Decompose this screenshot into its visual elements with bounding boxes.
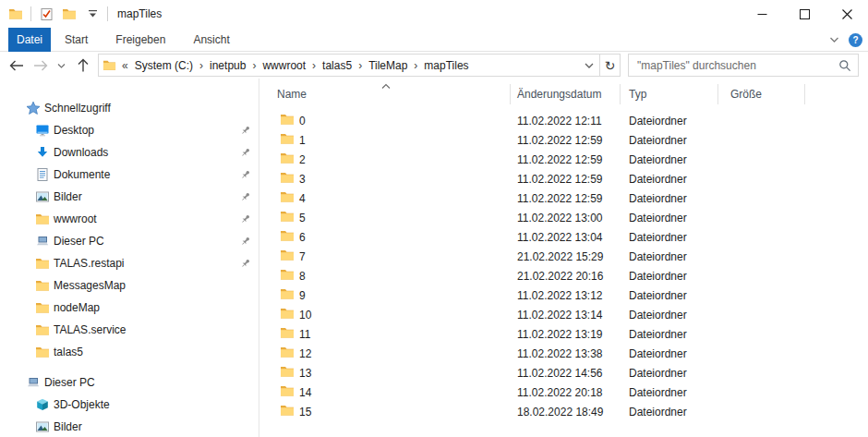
breadcrumb-separator-icon[interactable]: ›: [307, 59, 320, 72]
folder-icon: [280, 170, 295, 188]
table-row[interactable]: 14 11.02.2022 20:18 Dateiordner: [260, 382, 868, 402]
column-header-name[interactable]: Name: [260, 84, 511, 104]
address-bar[interactable]: « System (C:)›inetpub›wwwroot›talas5›Til…: [98, 54, 600, 77]
folder-icon: [280, 383, 295, 401]
sidebar-item-schnellzugriff[interactable]: Schnellzugriff: [0, 97, 259, 119]
close-button[interactable]: [826, 0, 868, 28]
breadcrumb-segment[interactable]: TileMap: [367, 59, 409, 72]
folder-icon: [280, 306, 295, 323]
address-dropdown-icon[interactable]: [585, 62, 594, 69]
recent-locations-icon[interactable]: [54, 55, 68, 77]
tab-freigeben[interactable]: Freigeben: [102, 28, 179, 52]
table-row[interactable]: 13 11.02.2022 14:56 Dateiordner: [260, 363, 868, 382]
tab-datei[interactable]: Datei: [8, 28, 51, 52]
breadcrumb-separator-icon[interactable]: ›: [409, 59, 422, 72]
column-header-type[interactable]: Typ: [621, 84, 718, 104]
table-row[interactable]: 12 11.02.2022 13:38 Dateiordner: [260, 344, 868, 363]
folder-icon: [280, 325, 295, 343]
table-row[interactable]: 4 11.02.2022 12:59 Dateiordner: [260, 188, 868, 208]
sidebar-item-label: TALAS.service: [54, 323, 126, 336]
navigation-bar: « System (C:)›inetpub›wwwroot›talas5›Til…: [0, 52, 868, 79]
table-row[interactable]: 1 11.02.2022 12:59 Dateiordner: [260, 130, 868, 150]
sidebar-item-3d-objekte[interactable]: 3D-Objekte: [0, 394, 259, 416]
pictures-icon: [35, 419, 50, 434]
folder-icon: [280, 267, 295, 285]
table-row[interactable]: 6 11.02.2022 13:04 Dateiordner: [260, 227, 868, 247]
quick-access-toolbar-dropdown-icon[interactable]: [84, 5, 101, 23]
table-row[interactable]: 10 11.02.2022 13:14 Dateiordner: [260, 305, 868, 324]
table-row[interactable]: 5 11.02.2022 13:00 Dateiordner: [260, 208, 868, 227]
sidebar-item-label: Schnellzugriff: [44, 102, 111, 115]
file-list-pane: Name Änderungsdatum Typ Größe 0 11.02.20…: [260, 79, 868, 437]
breadcrumb-segment[interactable]: mapTiles: [422, 59, 470, 72]
sidebar-item-talas-service[interactable]: TALAS.service: [0, 319, 259, 341]
sidebar-item-dokumente[interactable]: Dokumente: [0, 164, 259, 186]
sidebar-item-dieser-pc[interactable]: Dieser PC: [0, 371, 259, 394]
sidebar-item-label: Dieser PC: [54, 235, 104, 248]
window-folder-icon: [7, 5, 24, 23]
folder-icon: [35, 345, 50, 359]
table-row[interactable]: 0 11.02.2022 12:11 Dateiordner: [260, 111, 868, 130]
breadcrumb-segment[interactable]: inetpub: [208, 59, 247, 72]
computer-icon: [35, 234, 50, 249]
file-list: 0 11.02.2022 12:11 Dateiordner 1 11.02.2…: [260, 111, 868, 421]
search-icon[interactable]: [838, 59, 851, 72]
pin-icon: [240, 191, 251, 202]
breadcrumb-separator-icon[interactable]: ›: [247, 59, 260, 72]
search-box: [628, 54, 859, 77]
table-row[interactable]: 9 11.02.2022 13:12 Dateiordner: [260, 285, 868, 305]
breadcrumb-overflow[interactable]: «: [120, 59, 133, 72]
breadcrumb-separator-icon[interactable]: ›: [195, 59, 208, 72]
column-header-size[interactable]: Größe: [718, 84, 805, 104]
computer-icon: [26, 375, 41, 390]
documents-icon: [35, 167, 50, 182]
sidebar-item-messagesmap[interactable]: MessagesMap: [0, 274, 259, 297]
refresh-button[interactable]: ↻: [600, 54, 621, 77]
minimize-button[interactable]: [741, 0, 783, 28]
sidebar-item-talas5[interactable]: talas5: [0, 341, 259, 363]
table-row[interactable]: 7 21.02.2022 15:29 Dateiordner: [260, 247, 868, 266]
column-header-date[interactable]: Änderungsdatum: [511, 84, 621, 104]
sidebar-item-downloads[interactable]: Downloads: [0, 141, 259, 164]
new-folder-icon[interactable]: [61, 5, 78, 23]
breadcrumb-separator-icon[interactable]: ›: [354, 59, 367, 72]
table-row[interactable]: 2 11.02.2022 12:59 Dateiordner: [260, 150, 868, 169]
help-icon[interactable]: ?: [849, 33, 862, 47]
titlebar-separator: [107, 6, 108, 21]
properties-icon[interactable]: [38, 5, 54, 23]
column-headers: Name Änderungsdatum Typ Größe: [260, 84, 805, 104]
breadcrumb-segment[interactable]: System (C:): [133, 59, 195, 72]
pictures-icon: [35, 189, 50, 204]
forward-button[interactable]: [30, 55, 52, 77]
breadcrumb-segment[interactable]: wwwroot: [260, 59, 307, 72]
search-input[interactable]: [629, 59, 838, 72]
sidebar-item-label: Dieser PC: [44, 376, 95, 389]
table-row[interactable]: 11 11.02.2022 13:19 Dateiordner: [260, 324, 868, 344]
maximize-button[interactable]: [783, 0, 826, 28]
sidebar-item-desktop[interactable]: Desktop: [0, 119, 259, 141]
tab-start[interactable]: Start: [51, 28, 102, 52]
sidebar-item-label: nodeMap: [54, 301, 100, 314]
folder-icon: [280, 286, 295, 304]
sidebar-item-bilder[interactable]: Bilder: [0, 186, 259, 208]
sidebar-item-wwwroot[interactable]: wwwroot: [0, 208, 259, 230]
sidebar-item-bilder[interactable]: Bilder: [0, 416, 259, 437]
table-row[interactable]: 15 18.02.2022 18:49 Dateiordner: [260, 402, 868, 421]
folder-icon: [35, 322, 50, 337]
tab-ansicht[interactable]: Ansicht: [179, 28, 243, 52]
pin-icon: [240, 213, 251, 225]
expand-ribbon-icon[interactable]: [829, 33, 839, 46]
sidebar-item-label: wwwroot: [54, 212, 97, 225]
pin-icon: [240, 125, 251, 136]
sidebar-item-talas-restapi[interactable]: TALAS.restapi: [0, 252, 259, 274]
window-title: mapTiles: [117, 7, 162, 20]
sidebar-item-nodemap[interactable]: nodeMap: [0, 297, 259, 319]
sidebar-item-dieser-pc[interactable]: Dieser PC: [0, 230, 259, 252]
sidebar-item-label: Downloads: [54, 146, 108, 159]
content-area: SchnellzugriffDesktopDownloadsDokumenteB…: [0, 79, 868, 437]
breadcrumb-segment[interactable]: talas5: [320, 59, 354, 72]
table-row[interactable]: 3 11.02.2022 12:59 Dateiordner: [260, 169, 868, 188]
table-row[interactable]: 8 21.02.2022 20:16 Dateiordner: [260, 266, 868, 285]
back-button[interactable]: [6, 55, 28, 77]
up-button[interactable]: [72, 55, 94, 77]
